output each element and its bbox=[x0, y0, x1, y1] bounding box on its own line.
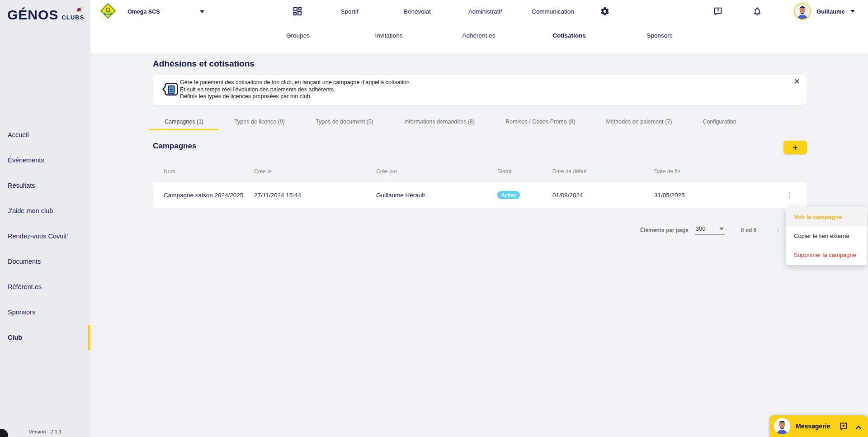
page-size-value: 300 bbox=[696, 225, 706, 232]
cell-created-at: 27/11/2024 15:44 bbox=[254, 192, 301, 199]
add-campaign-button[interactable]: + bbox=[783, 141, 807, 154]
row-context-menu: Voir la campagne Copier le lien externe … bbox=[786, 207, 867, 265]
messenger-bar[interactable]: Messagerie bbox=[769, 415, 868, 437]
nav-item-label: Communication bbox=[532, 8, 574, 15]
tab-informations-demandees[interactable]: Informations demandées (8) bbox=[389, 114, 490, 130]
paginator: Éléments par page 300 0 od 0 ‹ bbox=[640, 225, 780, 235]
sidebar-item-label: Résultats bbox=[8, 182, 35, 189]
document-bubble-icon bbox=[162, 81, 180, 101]
column-header-statut: Statut bbox=[497, 168, 511, 175]
cell-end-date: 31/05/2025 bbox=[654, 192, 685, 199]
subnav-item-label: Cotisations bbox=[552, 32, 586, 39]
messenger-avatar bbox=[774, 418, 790, 434]
sidebar-item-label: Référent.es bbox=[8, 283, 42, 290]
club-selector[interactable]: Ω OMEGA Omega SCS bbox=[100, 4, 204, 20]
avatar bbox=[794, 3, 811, 20]
brand-planet-icon bbox=[75, 6, 83, 15]
menu-item-voir-la-campagne[interactable]: Voir la campagne bbox=[786, 207, 867, 226]
settings-gear-icon[interactable] bbox=[600, 0, 610, 23]
page-title: Adhésions et cotisations bbox=[153, 59, 255, 69]
tab-types-de-licence[interactable]: Types de licence (9) bbox=[219, 114, 300, 130]
status-badge-label: Active bbox=[497, 191, 520, 199]
chevron-down-icon bbox=[200, 10, 204, 13]
intro-line-3: Définis les types de licences proposées … bbox=[180, 93, 411, 100]
column-header-date-debut: Date de début bbox=[552, 168, 586, 175]
subnav-item-cotisations[interactable]: Cotisations bbox=[552, 23, 586, 48]
intro-text: Gère le paiement des cotisations de ton … bbox=[180, 79, 411, 100]
chevron-up-icon[interactable] bbox=[855, 423, 862, 432]
user-name: Guillaume bbox=[816, 8, 845, 15]
paginator-label: Éléments par page bbox=[640, 227, 689, 233]
nav-item-communication[interactable]: Communication bbox=[532, 0, 574, 23]
sidebar-item-label: Club bbox=[8, 334, 22, 341]
intro-line-1: Gère le paiement des cotisations de ton … bbox=[180, 79, 411, 86]
sidebar-item-accueil[interactable]: Accueil bbox=[0, 122, 90, 147]
sidebar-item-resultats[interactable]: Résultats bbox=[0, 173, 90, 198]
nav-item-label: Sportif bbox=[340, 8, 358, 15]
tab-remises-codes-promo[interactable]: Remises / Codes Promo (8) bbox=[490, 114, 590, 130]
menu-item-copier-le-lien-externe[interactable]: Copier le lien externe bbox=[786, 226, 867, 245]
chevron-down-icon bbox=[850, 10, 855, 13]
subnav-item-adherentes[interactable]: Adhérent.es bbox=[462, 23, 495, 48]
tab-types-de-document[interactable]: Types de document (5) bbox=[300, 114, 389, 130]
subnav: Groupes Invitations Adhérent.es Cotisati… bbox=[90, 23, 868, 48]
tab-bar: Campagnes (1) Types de licence (9) Types… bbox=[149, 114, 807, 130]
sidebar-item-referentes[interactable]: Référent.es bbox=[0, 274, 90, 299]
nav-item-label: Bénévolat bbox=[404, 8, 431, 15]
svg-text:OMEGA: OMEGA bbox=[104, 13, 111, 15]
sidebar-item-documents[interactable]: Documents bbox=[0, 249, 90, 274]
paginator-range: 0 od 0 bbox=[741, 227, 757, 233]
menu-item-supprimer-la-campagne[interactable]: Supprimer la campagne bbox=[786, 245, 867, 264]
help-icon[interactable]: ? bbox=[713, 0, 723, 23]
sidebar-item-sponsors[interactable]: Sponsors bbox=[0, 299, 90, 325]
tab-campagnes[interactable]: Campagnes (1) bbox=[149, 114, 219, 130]
messenger-label: Messagerie bbox=[796, 423, 830, 430]
subnav-item-label: Adhérent.es bbox=[462, 32, 495, 39]
sidebar-item-label: Sponsors bbox=[8, 309, 35, 316]
cell-campaign-name: Campagne saison 2024/2025 bbox=[164, 192, 243, 199]
close-icon[interactable]: ✕ bbox=[794, 78, 800, 86]
subnav-item-invitations[interactable]: Invitations bbox=[375, 23, 403, 48]
table-row: Campagne saison 2024/2025 27/11/2024 15:… bbox=[153, 182, 807, 208]
tab-methodes-de-paiement[interactable]: Méthodes de paiement (7) bbox=[590, 114, 687, 130]
sidebar-item-rendez-vous-covoit[interactable]: Rendez-vous Covoit' bbox=[0, 223, 90, 249]
nav-item-label: Administratif bbox=[468, 8, 502, 15]
subnav-item-groupes[interactable]: Groupes bbox=[286, 23, 310, 48]
sidebar-item-evenements[interactable]: Événements bbox=[0, 147, 90, 173]
sidebar: GÉNOS CLUBS Accueil Événements Résultats… bbox=[0, 0, 90, 437]
column-header-cree-le: Crée le bbox=[254, 168, 272, 175]
subnav-item-sponsors[interactable]: Sponsors bbox=[646, 23, 672, 48]
cell-start-date: 01/08/2024 bbox=[552, 192, 583, 199]
sidebar-item-jaide-mon-club[interactable]: J'aide mon club bbox=[0, 198, 90, 223]
subnav-item-label: Groupes bbox=[286, 32, 310, 39]
svg-text:Ω: Ω bbox=[106, 6, 110, 13]
sidebar-item-label: Accueil bbox=[8, 131, 29, 138]
status-badge: Active bbox=[497, 191, 520, 199]
sidebar-menu: Accueil Événements Résultats J'aide mon … bbox=[0, 122, 90, 350]
dashboard-grid-icon[interactable] bbox=[292, 0, 302, 23]
nav-item-sportif[interactable]: Sportif bbox=[340, 0, 358, 23]
subnav-item-label: Sponsors bbox=[646, 32, 672, 39]
nav-item-administratif[interactable]: Administratif bbox=[468, 0, 502, 23]
tab-configuration[interactable]: Configuration bbox=[687, 114, 751, 130]
sidebar-item-club[interactable]: Club bbox=[0, 325, 90, 350]
svg-text:?: ? bbox=[717, 8, 719, 13]
sidebar-item-label: J'aide mon club bbox=[8, 207, 53, 214]
top-header: Ω OMEGA Omega SCS Sportif Bénévolat Admi… bbox=[90, 0, 868, 53]
subnav-item-label: Invitations bbox=[375, 32, 403, 39]
intro-line-2: Et suit en temps réel l'évolution des pa… bbox=[180, 86, 411, 94]
brand-name: GÉNOS bbox=[7, 7, 58, 23]
new-message-icon[interactable] bbox=[839, 422, 848, 432]
row-actions-kebab-icon[interactable]: ⋮ bbox=[785, 191, 794, 199]
club-name: Omega SCS bbox=[127, 9, 160, 15]
page-size-select[interactable]: 300 bbox=[695, 225, 725, 235]
sidebar-item-label: Documents bbox=[8, 258, 41, 265]
notifications-bell-icon[interactable] bbox=[752, 0, 762, 23]
intro-card: Gère le paiement des cotisations de ton … bbox=[153, 75, 807, 105]
sidebar-item-label: Événements bbox=[8, 157, 44, 164]
user-menu[interactable]: Guillaume bbox=[794, 0, 855, 23]
nav-item-benevolat[interactable]: Bénévolat bbox=[404, 0, 431, 23]
cell-created-by: Guillaume Hérault bbox=[376, 192, 425, 199]
main-shell: Ω OMEGA Omega SCS Sportif Bénévolat Admi… bbox=[90, 0, 868, 437]
column-header-cree-par: Crée par bbox=[376, 168, 397, 175]
